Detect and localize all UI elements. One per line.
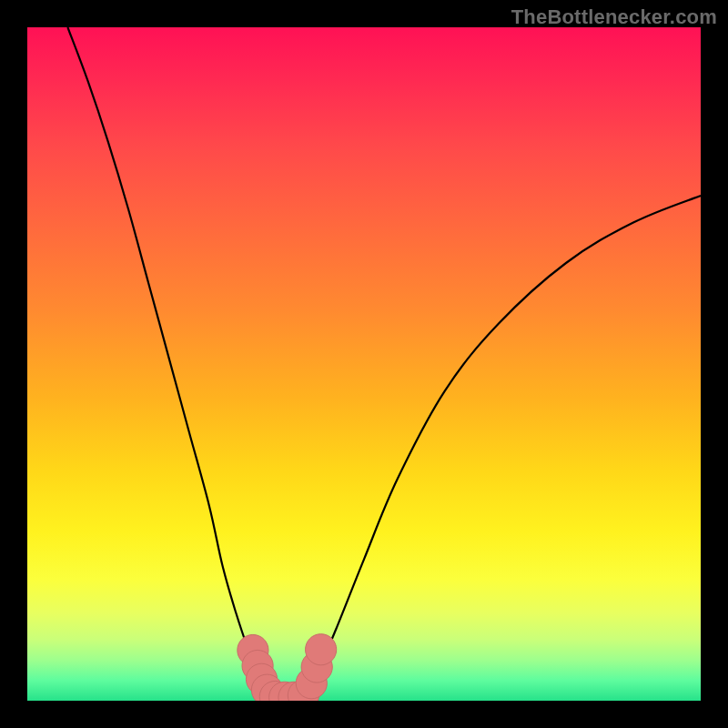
plot-area <box>27 27 701 701</box>
chart-svg <box>27 27 701 701</box>
valley-markers <box>238 634 337 701</box>
valley-marker <box>306 634 337 665</box>
left-curve <box>67 27 269 697</box>
chart-frame: TheBottlenecker.com <box>0 0 728 728</box>
watermark-text: TheBottlenecker.com <box>511 5 717 29</box>
right-curve <box>303 196 701 697</box>
